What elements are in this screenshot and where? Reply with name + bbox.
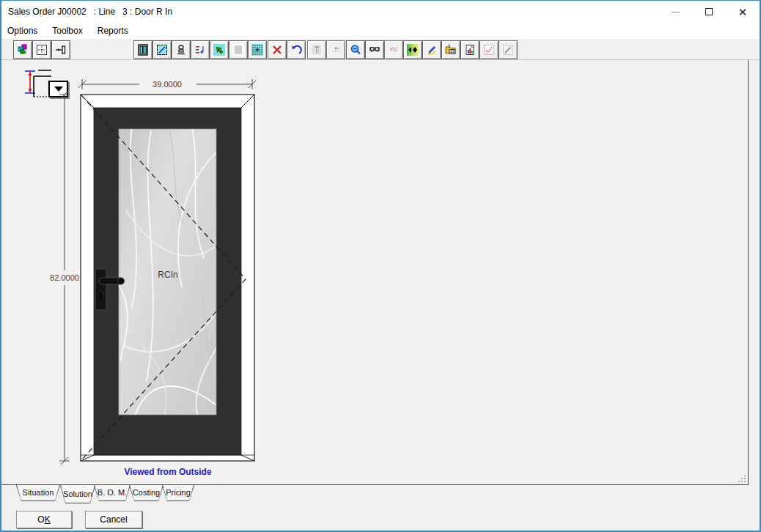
tab-costing[interactable]: Costing <box>129 485 163 501</box>
red-check-dots-button <box>479 40 499 59</box>
maximize-icon <box>705 8 713 15</box>
door-drawing[interactable]: 39.0000 82.0000 <box>16 66 269 487</box>
pattern-arrow-icon <box>213 44 225 56</box>
bar-chart-doc-icon <box>464 44 476 56</box>
tab-bom[interactable]: B. O. M. <box>94 485 130 501</box>
red-check-dots-icon <box>483 44 495 56</box>
app-window: Sales Order J00002 : Line 3 : Door R In … <box>0 0 761 532</box>
delete-button[interactable] <box>268 40 287 59</box>
height-dimension-label: 82.0000 <box>50 273 79 282</box>
spec-list-icon <box>194 44 206 56</box>
glass-icon <box>156 44 168 56</box>
handle-hardware-button[interactable] <box>172 40 191 59</box>
resize-grip-icon[interactable] <box>737 473 747 484</box>
door-glass[interactable]: RCIn <box>118 125 218 416</box>
arrange-items-icon <box>17 44 29 56</box>
section-view-button[interactable] <box>51 40 70 59</box>
tab-strip: Situation Solution B. O. M. Costing Pric… <box>1 485 760 506</box>
handle-hardware-icon <box>175 44 187 56</box>
menu-reports[interactable]: Reports <box>90 24 136 37</box>
drawing-canvas[interactable]: 39.0000 82.0000 <box>1 60 749 485</box>
grid-select-button <box>307 40 326 59</box>
grid-dots-button[interactable] <box>248 40 267 59</box>
move-points-button <box>326 40 345 59</box>
cancel-button[interactable]: Cancel <box>85 511 142 528</box>
dimension-arrows-icon <box>407 44 419 56</box>
door-panels-icon <box>137 44 149 56</box>
zoom-icon <box>350 44 361 56</box>
pattern-arrow-button[interactable] <box>210 40 229 59</box>
section-view-icon <box>55 44 67 56</box>
spec-list-button[interactable] <box>191 40 210 59</box>
arrange-items-button[interactable] <box>13 40 32 59</box>
open-table-button[interactable] <box>441 40 460 59</box>
door-panels-button[interactable] <box>133 40 152 59</box>
glass-button[interactable] <box>152 40 172 59</box>
grid-dots-icon <box>251 44 263 56</box>
minimize-button[interactable] <box>658 1 692 23</box>
menu-toolbox[interactable]: Toolbox <box>45 24 89 37</box>
close-button[interactable]: ✕ <box>726 1 760 23</box>
sketch-dots-icon <box>388 44 400 56</box>
center-crosshair-button[interactable] <box>32 40 51 59</box>
center-crosshair-icon <box>36 44 48 56</box>
dimension-arrows-button[interactable] <box>403 40 422 59</box>
open-table-icon <box>445 44 457 56</box>
zoom-button[interactable] <box>346 40 365 59</box>
tab-pricing[interactable]: Pricing <box>162 485 194 501</box>
tab-situation[interactable]: Situation <box>16 485 60 501</box>
window-title: Sales Order J00002 : Line 3 : Door R In <box>1 7 172 17</box>
footer: OK Cancel <box>1 506 760 531</box>
maximize-button[interactable] <box>692 1 726 23</box>
undo-button[interactable] <box>287 40 306 59</box>
gray-pen-dots-button <box>499 40 518 59</box>
minimize-icon <box>672 12 680 12</box>
window-controls: ✕ <box>658 1 760 23</box>
sketch-dots-button <box>384 40 403 59</box>
pen-button[interactable] <box>422 40 441 59</box>
close-icon: ✕ <box>738 7 748 18</box>
toolbar <box>1 39 760 60</box>
width-dimension: 39.0000 <box>78 79 256 89</box>
ok-button[interactable]: OK <box>16 511 72 528</box>
glass-label: RCIn <box>158 270 177 280</box>
undo-icon <box>290 44 302 56</box>
view-3d-icon <box>369 44 380 56</box>
view-caption: Viewed from Outside <box>124 467 211 477</box>
grid-select-icon <box>311 44 323 56</box>
dot-selection-icon <box>232 44 244 56</box>
gray-pen-dots-icon <box>502 44 514 56</box>
bar-chart-doc-button[interactable] <box>460 40 479 59</box>
move-points-icon <box>330 44 342 56</box>
tab-solution[interactable]: Solution <box>60 485 95 503</box>
menu-options[interactable]: Options <box>1 24 45 37</box>
view-3d-button[interactable] <box>365 40 384 59</box>
width-dimension-label: 39.0000 <box>152 80 182 89</box>
delete-icon <box>271 44 283 56</box>
menu-bar: Options Toolbox Reports <box>1 23 760 39</box>
dot-selection-button[interactable] <box>229 40 248 59</box>
height-dimension: 82.0000 <box>43 91 87 465</box>
title-bar: Sales Order J00002 : Line 3 : Door R In … <box>1 1 760 23</box>
pen-icon <box>426 44 438 56</box>
